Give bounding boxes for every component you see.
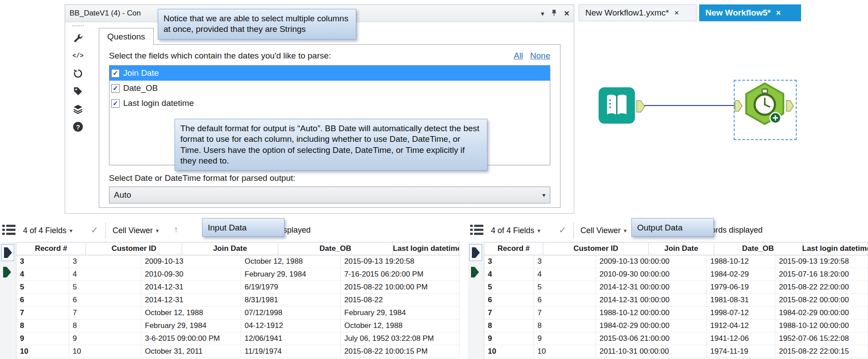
table-row[interactable]: 7 7 1988-10-12 00:00:00 1998-07-12 1984-… — [484, 307, 868, 320]
sort-up-icon[interactable]: ↑ — [174, 224, 178, 234]
join-date-cell: October 31, 2011 — [141, 345, 241, 358]
customer-id-cell: 6 — [69, 294, 141, 306]
table-row[interactable]: 8 8 1984-02-29 00:00:00 1912-04-12 1988-… — [484, 320, 868, 332]
customer-id-cell: 8 — [534, 320, 596, 332]
table-row[interactable]: 8 8 February 29, 1984 04-12-1912 October… — [16, 320, 459, 332]
fields-dropdown[interactable]: 4 of 4 Fields ▾ — [491, 224, 541, 237]
customer-id-cell: 10 — [69, 345, 141, 358]
pin-icon[interactable] — [551, 9, 557, 17]
join-date-cell: October 12, 1988 — [141, 307, 241, 319]
output-anchor-icon[interactable] — [636, 100, 645, 114]
column-header[interactable]: Customer ID — [543, 242, 649, 255]
config-title: BB_DateV1 (4) - Con — [65, 9, 141, 18]
last-login-cell: October 12, 1988 — [341, 320, 459, 332]
callout-output-data-label: Output Data — [631, 218, 714, 237]
tab-questions[interactable]: Questions — [99, 28, 154, 45]
column-header[interactable]: Last login datetime — [393, 242, 459, 255]
date-ob-cell: October 12, 1988 — [241, 255, 341, 268]
format-dropdown[interactable]: Auto ▾ — [109, 187, 550, 203]
table-row[interactable]: 7 7 October 12, 1988 07/12/1998 February… — [16, 307, 459, 320]
select-all-link[interactable]: All — [514, 51, 523, 61]
field-label: Last login datetime — [123, 98, 194, 108]
output-anchor-button[interactable] — [1, 244, 14, 261]
workflow-canvas[interactable] — [574, 21, 868, 219]
field-label: Date_OB — [123, 83, 158, 93]
list-item-date-ob[interactable]: ✓ Date_OB — [109, 81, 550, 96]
table-row[interactable]: 3 3 2009-10-13 October 12, 1988 2015-09-… — [16, 255, 459, 268]
layers-icon[interactable] — [72, 103, 84, 115]
join-date-cell: 2014-12-31 00:00:00 — [596, 294, 707, 306]
checkbox-checked[interactable]: ✓ — [111, 84, 120, 93]
record-number-cell: 7 — [16, 307, 69, 319]
table-row[interactable]: 5 5 2014-12-31 00:00:00 1979-06-19 2015-… — [484, 281, 868, 294]
tab-new-workflow1[interactable]: New Workflow1.yxmc* × — [579, 4, 697, 21]
date-ob-cell: 1979-06-19 — [707, 281, 775, 293]
join-date-cell: 2009-10-13 — [141, 255, 241, 268]
checkbox-checked[interactable]: ✓ — [111, 69, 120, 78]
table-row[interactable]: 6 6 2014-12-31 00:00:00 1981-08-31 2015-… — [484, 294, 868, 307]
toolbar-separator — [105, 222, 106, 238]
tab-new-workflow5[interactable]: New Workflow5* × — [699, 4, 801, 21]
column-header[interactable]: Record # — [16, 242, 86, 255]
help-icon[interactable]: ? — [72, 121, 84, 133]
chevron-down-icon[interactable]: ▾ — [541, 10, 545, 17]
table-menu-icon[interactable] — [2, 224, 16, 238]
input-anchor-button[interactable] — [471, 266, 479, 280]
column-header[interactable]: Join Date — [649, 242, 714, 255]
customer-id-cell: 5 — [534, 281, 596, 293]
bbdate-tool[interactable] — [743, 82, 787, 128]
close-icon[interactable]: × — [564, 9, 569, 18]
customer-id-cell: 9 — [534, 332, 596, 345]
table-row[interactable]: 10 10 2011-10-31 00:00:00 1974-11-19 201… — [484, 345, 868, 358]
cell-viewer-dropdown[interactable]: Cell Viewer ▾ — [113, 224, 159, 237]
column-header[interactable]: Date_OB — [278, 242, 393, 255]
table-row[interactable]: 6 6 2014-12-31 8/31/1981 2015-08-22 — [16, 294, 459, 307]
column-header[interactable]: Date_OB — [714, 242, 802, 255]
table-menu-icon[interactable] — [470, 224, 483, 238]
last-login-cell: 7-16-2015 06:20:00 PM — [341, 268, 459, 281]
output-anchor-button[interactable] — [469, 244, 482, 261]
tag-icon[interactable] — [72, 86, 84, 97]
output-anchor-icon[interactable] — [786, 100, 794, 113]
table-row[interactable]: 4 4 2010-09-30 00:00:00 1984-02-29 2015-… — [484, 268, 868, 281]
apply-check-icon[interactable]: ✓ — [559, 225, 566, 235]
input-anchor-button[interactable] — [3, 266, 12, 280]
cell-viewer-value: Cell Viewer — [113, 226, 153, 235]
list-item-last-login[interactable]: ✓ Last login datetime — [109, 96, 550, 111]
apply-check-icon[interactable]: ✓ — [91, 225, 98, 235]
column-header[interactable]: Last login datetime — [802, 242, 868, 255]
record-number-cell: 9 — [484, 332, 534, 345]
table-row[interactable]: 9 9 2015-03-06 21:00:00 1941-12-06 1952-… — [484, 332, 868, 345]
fields-dropdown[interactable]: 4 of 4 Fields ▾ — [23, 224, 73, 237]
table-row[interactable]: 10 10 October 31, 2011 11/19/1974 2015-0… — [16, 345, 459, 358]
join-date-cell: 2015-03-06 21:00:00 — [596, 332, 707, 345]
close-icon[interactable]: × — [776, 9, 781, 17]
close-icon[interactable]: × — [674, 9, 679, 17]
checkbox-checked[interactable]: ✓ — [111, 99, 120, 108]
table-row[interactable]: 3 3 2009-10-13 00:00:00 1988-10-12 2015-… — [484, 255, 868, 268]
connection-gutter — [468, 242, 484, 359]
refresh-icon[interactable] — [72, 68, 84, 79]
table-body: 3 3 2009-10-13 October 12, 1988 2015-09-… — [16, 255, 459, 358]
list-item-join-date[interactable]: ✓ Join Date — [109, 66, 550, 81]
customer-id-cell: 4 — [534, 268, 596, 281]
wrench-icon[interactable] — [72, 32, 84, 44]
last-login-cell: February 29, 1984 — [341, 307, 459, 319]
column-header[interactable]: Join Date — [182, 242, 278, 255]
column-header[interactable]: Record # — [484, 242, 543, 255]
customer-id-cell: 9 — [69, 332, 141, 345]
column-header[interactable]: Customer ID — [86, 242, 182, 255]
grip-handle[interactable] — [72, 25, 84, 26]
cell-viewer-dropdown[interactable]: Cell Viewer ▾ — [580, 224, 627, 237]
input-anchor-icon[interactable] — [735, 100, 743, 113]
input-data-tool[interactable] — [598, 87, 635, 124]
chevron-down-icon: ▾ — [542, 191, 545, 199]
table-row[interactable]: 9 9 3-6-2015 09:00:00 PM 12/06/1941 July… — [16, 332, 459, 345]
last-login-cell: 2015-09-13 19:20:58 — [341, 255, 459, 268]
code-icon[interactable]: </> — [72, 50, 84, 62]
table-row[interactable]: 4 4 2010-09-30 February 29, 1984 7-16-20… — [16, 268, 459, 281]
table-row[interactable]: 5 5 2014-12-31 6/19/1979 2015-08-22 10:0… — [16, 281, 459, 294]
bbdate-tool-selection[interactable] — [734, 80, 797, 140]
select-none-link[interactable]: None — [530, 51, 550, 61]
tab-label: New Workflow5* — [705, 8, 771, 18]
